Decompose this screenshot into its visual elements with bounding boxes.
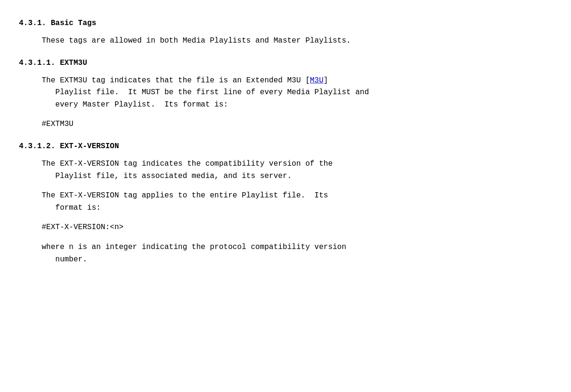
section-4312-para3: where n is an integer indicating the pro… [42,241,552,266]
m3u-link[interactable]: M3U [310,76,324,85]
section-4311-code: #EXTM3U [42,118,552,131]
section-4312-para1: The EXT-X-VERSION tag indicates the comp… [42,158,552,182]
section-4312-para3-text: where n is an integer indicating the pro… [42,243,346,264]
section-431-heading: 4.3.1. Basic Tags [19,19,552,27]
section-4312-code: #EXT-X-VERSION:<n> [42,222,552,234]
section-4312: 4.3.1.2. EXT-X-VERSION The EXT-X-VERSION… [19,142,552,266]
section-431: 4.3.1. Basic Tags These tags are allowed… [19,19,552,47]
section-431-intro: These tags are allowed in both Media Pla… [42,35,552,47]
section-4312-para1-text: The EXT-X-VERSION tag indicates the comp… [42,160,333,180]
section-4312-heading: 4.3.1.2. EXT-X-VERSION [19,142,552,151]
section-4311-para1: The EXTM3U tag indicates that the file i… [42,75,552,111]
section-4311: 4.3.1.1. EXTM3U The EXTM3U tag indicates… [19,59,552,131]
section-4312-para2: The EXT-X-VERSION tag applies to the ent… [42,190,552,214]
para1-text-before-link: The EXTM3U tag indicates that the file i… [42,76,310,85]
section-4311-heading: 4.3.1.1. EXTM3U [19,59,552,67]
section-4312-para2-text: The EXT-X-VERSION tag applies to the ent… [42,191,328,212]
